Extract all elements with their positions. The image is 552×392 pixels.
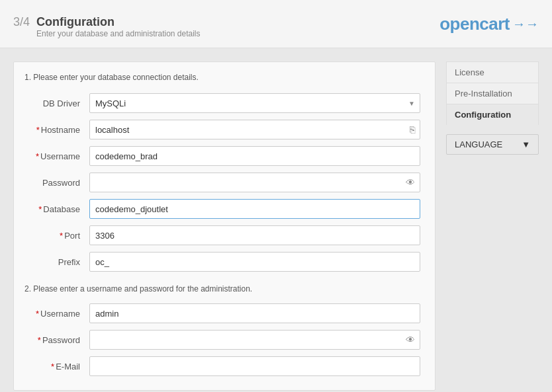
- admin-email-label: *E-Mail: [24, 353, 84, 379]
- db-password-input[interactable]: [89, 173, 420, 192]
- sidebar-item-pre-installation[interactable]: Pre-Installation: [446, 83, 539, 104]
- database-label-text: Database: [43, 204, 80, 214]
- admin-email-required: *: [51, 362, 54, 372]
- section2-label: 2. Please enter a username and password …: [24, 284, 424, 294]
- admin-password-label: *Password: [24, 327, 84, 353]
- main-layout: 1. Please enter your database connection…: [0, 48, 552, 392]
- db-username-row: *Username: [24, 143, 424, 169]
- prefix-input-cell: [84, 249, 424, 275]
- db-password-label: Password: [24, 169, 84, 196]
- database-input-cell: [84, 196, 424, 222]
- step-info: 3/4 Configuration Enter your database an…: [13, 9, 201, 38]
- admin-email-label-text: E-Mail: [56, 362, 80, 372]
- step-total: 4: [23, 15, 30, 28]
- port-label: *Port: [24, 222, 84, 249]
- db-driver-row: DB Driver MySQLi MySQL (PDO) PostgreSQL …: [24, 90, 424, 116]
- admin-username-row: *Username: [24, 300, 424, 327]
- db-username-required: *: [36, 151, 39, 161]
- db-driver-select-wrapper: MySQLi MySQL (PDO) PostgreSQL SQLite ▼: [89, 93, 420, 113]
- prefix-input[interactable]: [89, 252, 420, 272]
- logo-name: opencart: [439, 14, 510, 34]
- step-text: Configuration Enter your database and ad…: [36, 15, 200, 38]
- db-username-label-text: Username: [40, 151, 80, 161]
- admin-password-required: *: [38, 335, 41, 345]
- sidebar-item-configuration[interactable]: Configuration: [446, 104, 539, 125]
- sidebar-preinstall-label: Pre-Installation: [455, 89, 512, 98]
- db-driver-label: DB Driver: [24, 90, 84, 116]
- db-form-table: DB Driver MySQLi MySQL (PDO) PostgreSQL …: [24, 90, 424, 275]
- hostname-copy-icon[interactable]: ⎘: [410, 124, 415, 135]
- language-button[interactable]: LANGUAGE ▼: [446, 134, 539, 155]
- database-row: *Database: [24, 196, 424, 222]
- hostname-label-text: Hostname: [41, 125, 80, 135]
- hostname-label: *Hostname: [24, 116, 84, 143]
- admin-email-row: *E-Mail: [24, 353, 424, 379]
- chevron-down-icon: ▼: [522, 139, 530, 149]
- admin-email-input[interactable]: [89, 356, 420, 376]
- cart-icon: →→: [512, 17, 539, 32]
- admin-password-input-cell: 👁: [84, 327, 424, 353]
- prefix-label: Prefix: [24, 249, 84, 275]
- hostname-input[interactable]: [89, 120, 420, 139]
- db-driver-input-cell: MySQLi MySQL (PDO) PostgreSQL SQLite ▼: [84, 90, 424, 116]
- sidebar-license-label: License: [455, 67, 484, 77]
- db-driver-select[interactable]: MySQLi MySQL (PDO) PostgreSQL SQLite: [89, 93, 420, 113]
- content-area: 1. Please enter your database connection…: [13, 61, 436, 391]
- database-input[interactable]: [89, 199, 420, 219]
- step-current: 3: [13, 15, 20, 28]
- hostname-input-cell: ⎘: [84, 116, 424, 143]
- page-subtitle: Enter your database and administration d…: [36, 29, 200, 38]
- admin-username-input-cell: [84, 300, 424, 327]
- admin-password-label-text: Password: [42, 335, 80, 345]
- db-username-label: *Username: [24, 143, 84, 169]
- admin-username-input[interactable]: [89, 303, 420, 323]
- section1-label: 1. Please enter your database connection…: [24, 73, 424, 82]
- logo-text: opencart: [439, 14, 510, 34]
- prefix-row: Prefix: [24, 249, 424, 275]
- database-required: *: [38, 204, 42, 214]
- admin-username-label-text: Username: [40, 309, 80, 319]
- db-password-wrapper: 👁: [89, 173, 420, 192]
- admin-password-toggle-icon[interactable]: 👁: [406, 334, 415, 345]
- admin-password-input[interactable]: [89, 330, 420, 350]
- admin-form-table: *Username *Password 👁: [24, 300, 424, 379]
- db-username-input-cell: [84, 143, 424, 169]
- db-password-input-cell: 👁: [84, 169, 424, 196]
- hostname-wrapper: ⎘: [89, 120, 420, 139]
- db-password-row: Password 👁: [24, 169, 424, 196]
- step-number: 3/4: [13, 9, 30, 30]
- port-input-cell: [84, 222, 424, 249]
- sidebar: License Pre-Installation Configuration L…: [446, 61, 539, 391]
- db-password-toggle-icon[interactable]: 👁: [406, 177, 415, 188]
- sidebar-configuration-label: Configuration: [455, 110, 511, 120]
- logo: opencart →→: [439, 14, 539, 34]
- db-username-input[interactable]: [89, 146, 420, 166]
- admin-username-label: *Username: [24, 300, 84, 327]
- database-label: *Database: [24, 196, 84, 222]
- sidebar-item-license[interactable]: License: [446, 61, 539, 83]
- admin-password-row: *Password 👁: [24, 327, 424, 353]
- port-required: *: [60, 231, 63, 241]
- admin-email-input-cell: [84, 353, 424, 379]
- language-button-label: LANGUAGE: [455, 139, 502, 149]
- port-label-text: Port: [64, 231, 80, 241]
- port-input[interactable]: [89, 225, 420, 245]
- port-row: *Port: [24, 222, 424, 249]
- page-title: Configuration: [36, 15, 200, 29]
- admin-password-wrapper: 👁: [89, 330, 420, 350]
- hostname-row: *Hostname ⎘: [24, 116, 424, 143]
- admin-username-required: *: [36, 309, 39, 319]
- top-bar: 3/4 Configuration Enter your database an…: [0, 0, 552, 48]
- hostname-required: *: [36, 125, 40, 135]
